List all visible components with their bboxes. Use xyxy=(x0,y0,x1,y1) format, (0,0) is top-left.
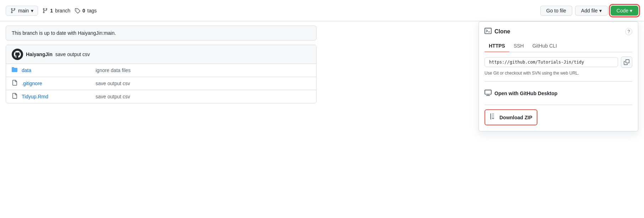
branch-count-icon xyxy=(42,8,48,13)
desktop-icon xyxy=(485,89,492,98)
file-icon-rmd xyxy=(12,93,19,100)
commit-message: save output csv xyxy=(55,51,90,57)
clone-tabs: HTTPS SSH GitHub CLI xyxy=(485,40,632,52)
branch-status: This branch is up to date with HaiyangJi… xyxy=(6,26,316,40)
open-desktop-label: Open with GitHub Desktop xyxy=(494,91,557,96)
clone-title: Clone xyxy=(485,27,510,36)
file-icon xyxy=(12,80,19,87)
branch-count-num: 1 xyxy=(50,8,53,13)
branch-selector[interactable]: main ▾ xyxy=(6,6,38,16)
download-zip-button[interactable]: Download ZIP xyxy=(485,109,537,125)
divider-2 xyxy=(485,105,632,105)
file-commit-data: ignore data files xyxy=(96,67,131,73)
branch-selector-chevron: ▾ xyxy=(31,8,33,13)
code-chevron: ▾ xyxy=(630,8,632,13)
folder-icon xyxy=(12,67,19,74)
clone-help-button[interactable]: ? xyxy=(625,28,632,35)
tags-count-label: tags xyxy=(87,8,97,13)
tag-icon xyxy=(75,8,80,13)
page-container: main ▾ 1 branch 0 tags xyxy=(0,0,644,218)
zip-icon xyxy=(489,113,497,122)
tags-count[interactable]: 0 tags xyxy=(75,8,97,13)
add-file-chevron: ▾ xyxy=(599,8,602,13)
copy-url-button[interactable] xyxy=(621,56,632,68)
commit-author[interactable]: HaiyangJin xyxy=(26,51,53,57)
code-label: Code xyxy=(617,8,628,13)
branch-count-label: branch xyxy=(55,8,70,13)
add-file-label: Add file xyxy=(581,8,598,13)
divider-1 xyxy=(485,81,632,82)
clone-title-text: Clone xyxy=(494,28,510,35)
tab-https[interactable]: HTTPS xyxy=(485,40,509,52)
branch-status-text: This branch is up to date with HaiyangJi… xyxy=(12,30,116,36)
clone-url-input[interactable] xyxy=(485,57,618,67)
tab-github-cli[interactable]: GitHub CLI xyxy=(528,40,561,52)
file-commit-rmd: save output csv xyxy=(96,94,130,99)
file-name-rmd[interactable]: Tidyup.Rmd xyxy=(22,94,93,99)
tab-ssh[interactable]: SSH xyxy=(509,40,528,52)
clone-header: Clone ? xyxy=(485,27,632,36)
table-row: data ignore data files xyxy=(6,64,316,77)
branch-icon xyxy=(10,8,16,13)
clone-hint: Use Git or checkout with SVN using the w… xyxy=(485,71,632,76)
code-button[interactable]: Code ▾ xyxy=(611,6,638,16)
terminal-icon xyxy=(485,27,492,36)
table-row: Tidyup.Rmd save output csv xyxy=(6,90,316,103)
open-desktop-button[interactable]: Open with GitHub Desktop xyxy=(485,86,632,100)
file-table: HaiyangJin save output csv data ignore d… xyxy=(6,45,316,103)
branch-selector-label: main xyxy=(18,8,29,13)
toolbar: main ▾ 1 branch 0 tags xyxy=(0,0,644,21)
clone-url-row xyxy=(485,56,632,68)
avatar xyxy=(12,49,23,60)
toolbar-right: Go to file Add file ▾ Code ▾ xyxy=(540,6,638,16)
commit-row: HaiyangJin save output csv xyxy=(6,45,316,64)
file-commit-gitignore: save output csv xyxy=(96,81,130,86)
branch-count[interactable]: 1 branch xyxy=(42,8,70,13)
add-file-button[interactable]: Add file ▾ xyxy=(575,6,608,16)
clone-panel: Clone ? HTTPS SSH GitHub CLI Use Git or … xyxy=(478,21,638,131)
file-name-gitignore[interactable]: .gitignore xyxy=(22,81,93,86)
file-name-data[interactable]: data xyxy=(22,67,93,73)
go-to-file-button[interactable]: Go to file xyxy=(540,6,572,16)
tags-count-num: 0 xyxy=(82,8,85,13)
go-to-file-label: Go to file xyxy=(546,8,566,13)
table-row: .gitignore save output csv xyxy=(6,77,316,90)
download-zip-label: Download ZIP xyxy=(499,115,532,120)
